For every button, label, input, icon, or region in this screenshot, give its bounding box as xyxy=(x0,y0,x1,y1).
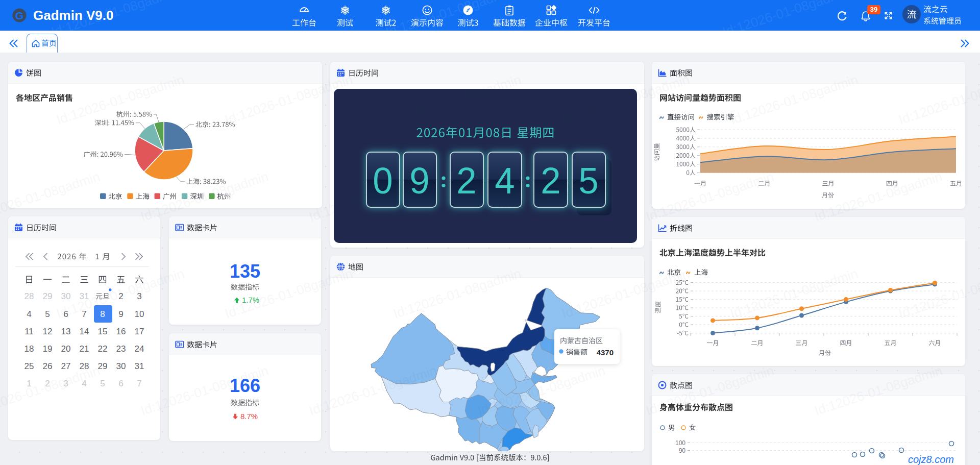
svg-text:G: G xyxy=(15,10,23,21)
